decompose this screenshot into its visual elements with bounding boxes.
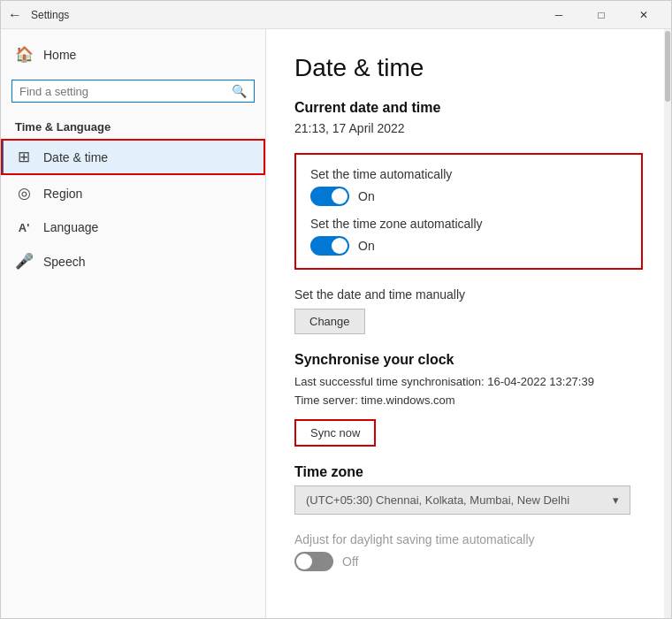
auto-timezone-label: Set the time zone automatically <box>310 217 627 231</box>
language-icon: A' <box>15 221 33 234</box>
search-box[interactable]: 🔍 <box>11 80 255 103</box>
sync-section: Synchronise your clock Last successful t… <box>294 352 643 447</box>
timezone-value: (UTC+05:30) Chennai, Kolkata, Mumbai, Ne… <box>306 493 569 507</box>
auto-time-state: On <box>358 189 375 203</box>
home-nav-item[interactable]: 🏠 Home <box>1 36 265 73</box>
sync-info: Last successful time synchronisation: 16… <box>294 373 643 410</box>
titlebar-controls: ─ □ ✕ <box>538 1 664 29</box>
dst-section: Adjust for daylight saving time automati… <box>294 532 643 571</box>
titlebar: ← Settings ─ □ ✕ <box>1 1 671 29</box>
scrollbar-track[interactable] <box>664 29 671 618</box>
sidebar-item-date-time-label: Date & time <box>43 150 108 164</box>
main-panel: Date & time Current date and time 21:13,… <box>266 29 671 618</box>
home-label: Home <box>43 48 76 62</box>
current-datetime-section-title: Current date and time <box>294 100 643 116</box>
chevron-down-icon: ▾ <box>613 493 619 507</box>
sync-now-button[interactable]: Sync now <box>294 419 376 447</box>
maximize-button[interactable]: □ <box>581 1 622 29</box>
auto-timezone-row: Set the time zone automatically On <box>310 217 627 256</box>
close-button[interactable]: ✕ <box>623 1 664 29</box>
manual-datetime-label: Set the date and time manually <box>294 287 643 302</box>
dst-state: Off <box>342 554 358 569</box>
auto-settings-box: Set the time automatically On Set the ti… <box>294 153 643 270</box>
sidebar-item-region[interactable]: ◎ Region <box>1 175 265 211</box>
dst-toggle[interactable] <box>294 552 333 571</box>
auto-time-row: Set the time automatically On <box>310 167 627 206</box>
dst-control: Off <box>294 552 643 571</box>
sidebar-item-language-label: Language <box>43 220 98 234</box>
search-icon: 🔍 <box>232 84 247 98</box>
region-icon: ◎ <box>15 184 33 203</box>
timezone-section: Time zone (UTC+05:30) Chennai, Kolkata, … <box>294 464 643 515</box>
scrollbar-thumb[interactable] <box>665 31 670 102</box>
sync-section-title: Synchronise your clock <box>294 352 643 368</box>
sidebar: 🏠 Home 🔍 Time & Language ⊞ Date & time ◎… <box>1 29 266 618</box>
sidebar-item-language[interactable]: A' Language <box>1 211 265 243</box>
auto-time-label: Set the time automatically <box>310 167 627 181</box>
page-title: Date & time <box>294 54 643 82</box>
auto-time-toggle[interactable] <box>310 187 349 206</box>
sidebar-section-label: Time & Language <box>1 110 265 139</box>
current-time-display: 21:13, 17 April 2022 <box>294 121 643 135</box>
minimize-button[interactable]: ─ <box>538 1 579 29</box>
auto-timezone-control: On <box>310 236 627 256</box>
dst-label: Adjust for daylight saving time automati… <box>294 532 643 546</box>
content-area: 🏠 Home 🔍 Time & Language ⊞ Date & time ◎… <box>1 29 671 618</box>
sidebar-item-region-label: Region <box>43 187 82 201</box>
sync-time-server: Time server: time.windows.com <box>294 394 455 407</box>
search-input[interactable] <box>19 85 226 98</box>
sidebar-item-date-time[interactable]: ⊞ Date & time <box>1 139 265 175</box>
change-button[interactable]: Change <box>294 309 365 334</box>
timezone-label: Time zone <box>294 464 643 480</box>
timezone-dropdown[interactable]: (UTC+05:30) Chennai, Kolkata, Mumbai, Ne… <box>294 485 630 515</box>
auto-time-control: On <box>310 187 627 206</box>
titlebar-left: ← Settings <box>8 7 69 23</box>
home-icon: 🏠 <box>15 45 33 64</box>
manual-section: Set the date and time manually Change <box>294 287 643 334</box>
date-time-icon: ⊞ <box>15 148 33 166</box>
auto-timezone-state: On <box>358 239 375 253</box>
settings-window: ← Settings ─ □ ✕ 🏠 Home 🔍 Time & Languag… <box>0 0 672 619</box>
auto-timezone-toggle[interactable] <box>310 236 349 256</box>
sync-last-sync: Last successful time synchronisation: 16… <box>294 375 594 388</box>
titlebar-title: Settings <box>31 9 69 21</box>
back-arrow-icon[interactable]: ← <box>8 7 22 23</box>
speech-icon: 🎤 <box>15 252 33 271</box>
sidebar-item-speech-label: Speech <box>43 255 85 269</box>
sidebar-item-speech[interactable]: 🎤 Speech <box>1 243 265 279</box>
